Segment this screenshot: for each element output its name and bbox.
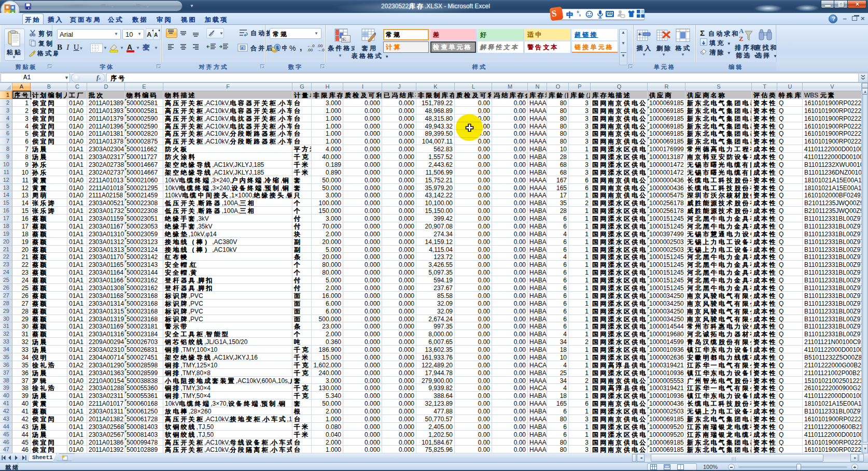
svg-text:a: a [241,46,243,50]
svg-text:$: $ [276,45,279,50]
svg-text:A: A [739,27,744,35]
svg-text:Z: Z [739,35,744,42]
